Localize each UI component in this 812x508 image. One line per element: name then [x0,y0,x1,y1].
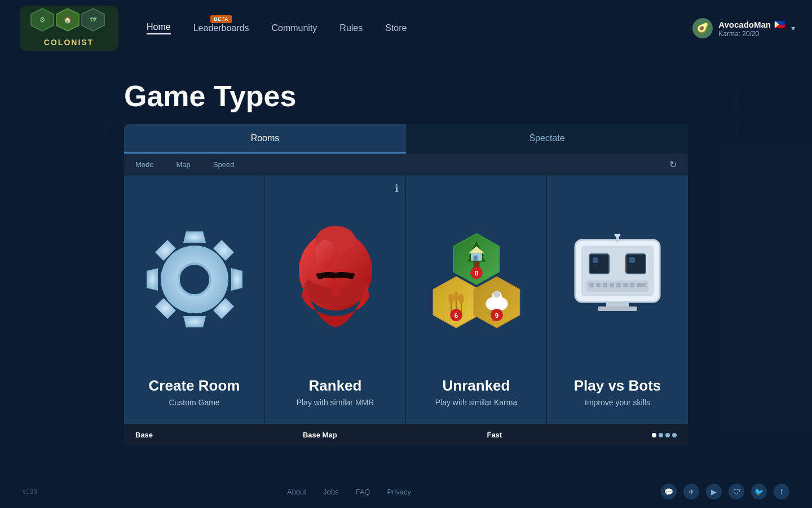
nav-links: Home BETA Leaderboards Community Rules S… [147,22,692,34]
bot-icon-area [558,187,677,371]
pagination-dots [652,433,677,437]
svg-point-60 [615,234,620,237]
user-flag: 🇵🇭 [774,19,785,30]
ranked-subtitle: Play with similar MMR [297,398,374,407]
user-info: AvocadoMan 🇵🇭 Karma: 20/20 [718,19,785,38]
svg-text:•••: ••• [492,318,495,322]
svg-rect-47 [626,254,646,274]
svg-rect-57 [630,283,634,287]
bottom-map: Base Map [303,431,337,439]
svg-point-27 [458,294,464,304]
modal-container: Rooms Spectate Mode Map Speed ↻ [124,124,688,446]
card-unranked[interactable]: 8 6 ••• [406,176,547,424]
karma-text: Karma: 20/20 [718,30,759,38]
footer-links: About Jobs FAQ Privacy [287,488,411,496]
svg-rect-14 [332,278,339,295]
svg-rect-56 [623,283,628,287]
user-name-row: AvocadoMan 🇵🇭 [718,19,785,30]
card-play-vs-bots[interactable]: Play vs Bots Improve your skills [547,176,688,424]
avatar: 🥑 [692,18,713,38]
gear-icon [138,223,251,336]
nav-home[interactable]: Home [147,22,171,34]
nav-right: 🥑 AvocadoMan 🇵🇭 Karma: 20/20 ▾ [692,18,795,38]
filter-speed-label: Speed [213,160,235,169]
unranked-icon-area: 8 6 ••• [417,187,535,371]
refresh-icon[interactable]: ↻ [669,159,677,170]
nav-rules[interactable]: Rules [339,23,363,33]
svg-point-34 [493,290,500,297]
version-text: v133 [23,488,37,496]
dot-3 [665,433,670,437]
ranked-title: Ranked [309,377,362,395]
svg-rect-54 [610,283,614,287]
filter-mode-label: Mode [135,160,154,169]
filter-row: Mode Map Speed ↻ [124,154,688,176]
svg-rect-48 [593,257,598,263]
footer-about[interactable]: About [287,488,306,496]
dot-1 [652,433,656,437]
footer-faq[interactable]: FAQ [355,488,370,496]
svg-point-25 [448,294,453,304]
unranked-title: Unranked [443,377,510,395]
dot-4 [672,433,677,437]
ranked-info-button[interactable]: ℹ [395,182,399,195]
svg-rect-58 [637,283,646,287]
youtube-icon[interactable]: ▶ [706,484,722,500]
dot-2 [659,433,663,437]
user-dropdown-arrow[interactable]: ▾ [791,24,795,33]
svg-text:⚙: ⚙ [39,16,46,24]
svg-text:COLONIST: COLONIST [44,38,94,47]
svg-point-26 [453,291,458,301]
tab-spectate[interactable]: Spectate [406,124,688,154]
footer-privacy[interactable]: Privacy [387,488,411,496]
card-create-room[interactable]: Create Room Custom Game [124,176,265,424]
footer-jobs[interactable]: Jobs [323,488,338,496]
beta-badge: BETA [210,15,232,23]
unranked-hexes-icon: 8 6 ••• [420,229,533,330]
cards-grid: Create Room Custom Game ℹ [124,176,688,424]
svg-text:9: 9 [495,311,498,318]
unranked-subtitle: Play with similar Karma [435,398,517,407]
bottom-mode: Base [135,431,153,439]
navbar: COLONIST ⚙ 🏠 🗺 Home BETA Leaderboards Co… [0,0,812,56]
svg-rect-53 [603,283,607,287]
svg-point-13 [315,240,336,268]
facebook-icon[interactable]: f [774,484,789,500]
page-title: Game Types [124,79,296,113]
create-room-icon-area [135,187,253,371]
nav-leaderboards[interactable]: BETA Leaderboards [193,23,249,33]
tabs-row: Rooms Spectate [124,124,688,154]
play-vs-bots-title: Play vs Bots [574,377,661,395]
footer-icons: 💬 ✈ ▶ 🛡 🐦 f [661,484,789,500]
svg-text:•••: ••• [451,318,454,322]
play-vs-bots-subtitle: Improve your skills [585,398,650,407]
filter-map-label: Map [176,160,191,169]
bottom-bar: Base Base Map Fast [124,424,688,446]
svg-rect-43 [473,255,477,260]
svg-rect-51 [589,283,594,287]
footer: v133 About Jobs FAQ Privacy 💬 ✈ ▶ 🛡 🐦 f [0,475,812,508]
nav-store[interactable]: Store [385,23,407,33]
logo-area[interactable]: COLONIST ⚙ 🏠 🗺 [17,3,130,54]
card-ranked[interactable]: ℹ [265,176,406,424]
bot-robot-icon [567,234,668,325]
page-title-area: Game Types [124,68,688,124]
main-content: Game Types Rooms Spectate Mode Map Speed… [0,56,812,446]
svg-rect-62 [598,306,637,311]
logo[interactable]: COLONIST ⚙ 🏠 🗺 [17,3,121,54]
telegram-icon[interactable]: ✈ [683,484,699,500]
svg-text:6: 6 [454,311,458,318]
bottom-speed: Fast [487,431,502,439]
shield-icon[interactable]: 🛡 [729,484,744,500]
twitter-icon[interactable]: 🐦 [751,484,767,500]
tab-rooms[interactable]: Rooms [124,124,406,154]
svg-text:8: 8 [474,269,478,276]
svg-rect-55 [616,283,621,287]
svg-text:🏠: 🏠 [64,16,72,24]
svg-rect-52 [596,283,601,287]
ranked-icon-area [276,187,394,371]
nav-community[interactable]: Community [271,23,317,33]
create-room-title: Create Room [149,377,240,395]
username: AvocadoMan [718,20,771,29]
discord-icon[interactable]: 💬 [661,484,677,500]
